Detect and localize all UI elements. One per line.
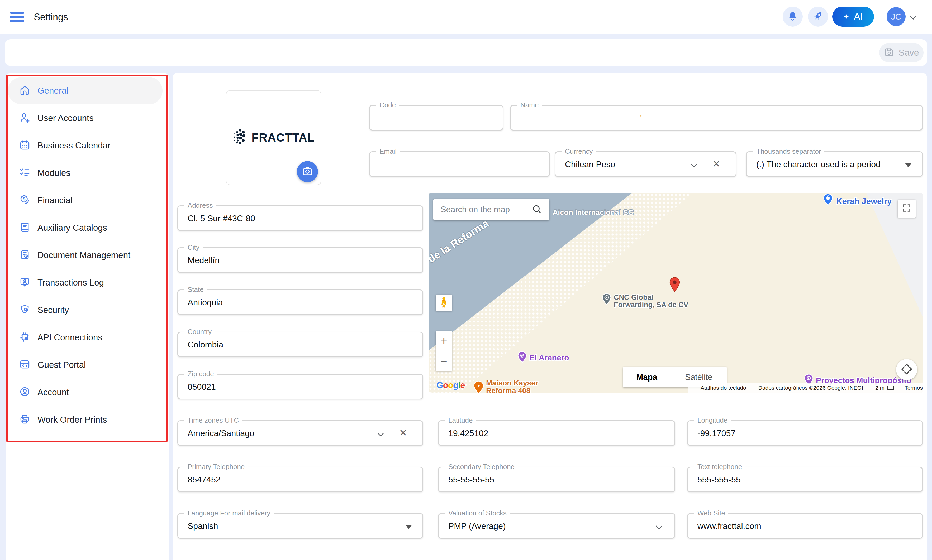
- poi-pin-cnc-icon[interactable]: [602, 293, 612, 306]
- chevron-down-icon[interactable]: [910, 13, 916, 20]
- state-label: State: [184, 286, 207, 294]
- rocket-icon: [812, 10, 824, 23]
- clear-icon[interactable]: ✕: [399, 428, 407, 438]
- map-search-placeholder: Search on the map: [441, 205, 510, 214]
- dropdown-arrow-icon[interactable]: [406, 525, 412, 529]
- calendar-icon: [19, 139, 31, 152]
- zip-code-field[interactable]: Zip code 050021: [177, 374, 423, 400]
- sidebar-item-transactions-log[interactable]: Transactions Log: [8, 269, 162, 296]
- printer-icon: [19, 414, 31, 426]
- fullscreen-button[interactable]: [898, 200, 916, 217]
- whats-new-button[interactable]: [808, 6, 828, 27]
- location-map[interactable]: de la Reforma Aicon Internacional SC Sea…: [429, 193, 923, 392]
- primary-telephone-field[interactable]: Primary Telephone 8547452: [177, 467, 423, 492]
- timezone-select[interactable]: Time zones UTC America/Santiago ✕: [177, 420, 423, 446]
- pegman-control[interactable]: [436, 294, 452, 311]
- chevron-down-icon[interactable]: [377, 430, 384, 436]
- country-field[interactable]: Country Colombia: [177, 332, 423, 357]
- sidebar-item-guest-portal[interactable]: Guest Portal: [8, 351, 162, 378]
- keyboard-shortcuts-link[interactable]: Atalhos do teclado: [701, 385, 746, 391]
- terms-link[interactable]: Termos: [904, 385, 923, 391]
- search-icon[interactable]: [531, 204, 542, 215]
- sidebar-item-financial[interactable]: $ Financial: [8, 187, 162, 214]
- document-clock-icon: [19, 249, 31, 262]
- text-telephone-field[interactable]: Text telephone 555-555-55: [687, 467, 923, 492]
- map-data-text: Dados cartográficos ©2026 Google, INEGI: [758, 385, 863, 391]
- ai-assistant-button[interactable]: ✦ AI: [832, 6, 874, 27]
- poi-pin-kerah-icon[interactable]: [823, 194, 833, 207]
- sidebar-item-user-accounts[interactable]: User Accounts: [8, 105, 162, 132]
- website-label: Web Site: [694, 509, 728, 517]
- save-button[interactable]: Save: [879, 43, 924, 62]
- address-field[interactable]: Address Cl. 5 Sur #43C-80: [177, 205, 423, 231]
- language-select[interactable]: Language For mail delivery Spanish: [177, 513, 423, 538]
- chevron-down-icon[interactable]: [691, 161, 697, 168]
- city-field[interactable]: City Medellín: [177, 247, 423, 273]
- upload-photo-button[interactable]: [297, 161, 318, 182]
- state-field[interactable]: State Antioquia: [177, 289, 423, 315]
- map-type-mapa-button[interactable]: Mapa: [623, 367, 671, 387]
- poi-label-maison[interactable]: Maison Kayser Reforma 408: [486, 379, 538, 392]
- chevron-down-icon[interactable]: [656, 523, 662, 529]
- map-scale-bar: [887, 386, 894, 390]
- zoom-in-button[interactable]: +: [436, 331, 452, 351]
- valuation-select[interactable]: Valuation of Stocks PMP (Average): [438, 513, 675, 538]
- secondary-telephone-field[interactable]: Secondary Telephone 55-55-55-55: [438, 467, 675, 492]
- zip-code-value: 050021: [188, 382, 216, 392]
- website-field[interactable]: Web Site www.fracttal.com: [687, 513, 923, 538]
- map-zoom-control: + −: [436, 331, 452, 371]
- fracttal-logo: FRACTTAL: [233, 127, 315, 148]
- sidebar-item-api-connections[interactable]: API Connections: [8, 324, 162, 351]
- currency-select[interactable]: Currency Chilean Peso ✕: [555, 151, 736, 177]
- poi-pin-arenero-icon[interactable]: [517, 351, 527, 364]
- poi-label-cnc[interactable]: CNC Global Forwarding, SA de CV: [614, 294, 688, 309]
- map-attribution: Atalhos do teclado Dados cartográficos ©…: [688, 383, 923, 392]
- city-label: City: [184, 243, 203, 252]
- sidebar-item-document-management[interactable]: Document Management: [8, 242, 162, 269]
- longitude-field[interactable]: Longitude -99,17057: [687, 420, 923, 446]
- language-label: Language For mail delivery: [184, 509, 274, 517]
- page-title: Settings: [34, 12, 68, 23]
- city-value: Medellín: [188, 255, 219, 265]
- checklist-icon: [19, 167, 31, 179]
- google-logo[interactable]: Google: [437, 380, 465, 390]
- action-toolbar: [5, 39, 927, 66]
- sidebar-item-security[interactable]: Security: [8, 296, 162, 324]
- user-card-icon: [19, 276, 31, 289]
- sidebar-item-modules[interactable]: Modules: [8, 159, 162, 187]
- clear-icon[interactable]: ✕: [713, 158, 721, 169]
- zoom-out-button[interactable]: −: [436, 351, 452, 371]
- sidebar-item-account[interactable]: Account: [8, 378, 162, 406]
- code-field[interactable]: Code: [369, 105, 503, 131]
- sidebar-item-general[interactable]: General: [8, 77, 162, 105]
- latitude-field[interactable]: Latitude 19,425102: [438, 420, 675, 446]
- bell-icon: [787, 10, 798, 23]
- menu-icon[interactable]: [10, 12, 24, 22]
- map-scale-text: 2 m: [875, 385, 884, 391]
- name-label: Name: [517, 101, 542, 109]
- thousands-separator-select[interactable]: Thousands separator (.) The character us…: [746, 151, 923, 177]
- pan-arrows-icon: [899, 362, 914, 378]
- poi-label-arenero[interactable]: El Arenero: [529, 353, 569, 362]
- notifications-button[interactable]: [783, 6, 803, 27]
- sidebar-item-business-calendar[interactable]: Business Calendar: [8, 132, 162, 159]
- sidebar-item-work-order-prints[interactable]: Work Order Prints: [8, 406, 162, 434]
- name-value: ': [640, 113, 642, 123]
- address-label: Address: [184, 202, 216, 209]
- map-search-box[interactable]: Search on the map: [433, 199, 549, 220]
- location-marker-icon[interactable]: [668, 277, 681, 293]
- account-circle-icon: [19, 386, 31, 398]
- avatar[interactable]: JC: [887, 7, 906, 26]
- save-icon: [884, 47, 895, 59]
- map-pan-control[interactable]: [896, 359, 917, 380]
- sidebar-item-auxiliary-catalogs[interactable]: Auxiliary Catalogs: [8, 214, 162, 242]
- primary-telephone-label: Primary Telephone: [184, 463, 248, 471]
- poi-pin-maison-icon[interactable]: [473, 381, 485, 392]
- email-field[interactable]: Email: [369, 151, 550, 177]
- text-telephone-value: 555-555-55: [697, 475, 741, 484]
- address-value: Cl. 5 Sur #43C-80: [188, 213, 255, 223]
- fullscreen-icon: [902, 203, 911, 214]
- poi-label-kerah[interactable]: Kerah Jewelry: [836, 197, 892, 206]
- name-field[interactable]: Name ': [510, 105, 923, 131]
- dropdown-arrow-icon[interactable]: [905, 163, 911, 168]
